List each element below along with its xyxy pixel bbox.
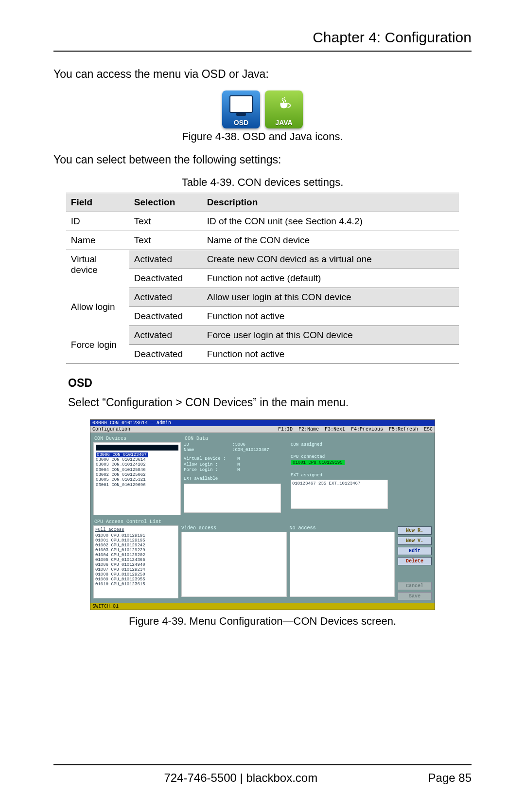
figure-4-39-caption: Figure 4-39. Menu Configuration—CON Devi… bbox=[53, 615, 472, 628]
intro-text-2: You can select between the following set… bbox=[53, 152, 472, 167]
con-assigned-label: CON assigned bbox=[291, 442, 432, 448]
cancel-button: Cancel bbox=[398, 582, 432, 590]
id-value: 3006 bbox=[235, 442, 245, 448]
cell-selection: Deactivated bbox=[129, 307, 202, 326]
cell-description: Name of the CON device bbox=[202, 231, 459, 250]
osd-titlebar: 03000 CON 010123614 - admin bbox=[90, 420, 435, 426]
figure-4-38-caption: Figure 4-38. OSD and Java icons. bbox=[53, 130, 472, 143]
table-header-row: Field Selection Description bbox=[66, 193, 459, 212]
con-data-right: CON assigned CPU connected 01001 CPU_010… bbox=[291, 442, 432, 513]
cell-description: Create new CON devicd as a virtual one bbox=[202, 250, 459, 269]
osd-menu-left: Configuration bbox=[92, 427, 130, 432]
list-scroll-indicator bbox=[96, 445, 178, 451]
full-access-list: Full access 01000 CPU_010129191 01001 CP… bbox=[93, 525, 178, 598]
osd-status-bar: SWITCH_01 bbox=[90, 603, 435, 610]
th-field: Field bbox=[66, 193, 129, 212]
cell-description: ID of the CON unit (see Section 4.4.2) bbox=[202, 212, 459, 231]
cell-field: Force login bbox=[66, 326, 129, 364]
th-selection: Selection bbox=[129, 193, 202, 212]
name-label: Name bbox=[184, 448, 232, 453]
th-description: Description bbox=[202, 193, 459, 212]
con-devices-settings-table: Field Selection Description ID Text ID o… bbox=[66, 193, 459, 364]
osd-button-col: New R. New V. Edit Delete Cancel Save bbox=[398, 525, 432, 600]
cell-description: Function not active (default) bbox=[202, 269, 459, 288]
full-access-header: Full access bbox=[95, 527, 176, 532]
id-label: ID bbox=[184, 442, 232, 448]
osd-icon-label: OSD bbox=[234, 119, 248, 126]
cell-selection: Activated bbox=[129, 250, 202, 269]
cell-selection: Deactivated bbox=[129, 269, 202, 288]
footer-contact: 724-746-5500 | blackbox.com bbox=[53, 771, 428, 785]
cell-description: Function not active bbox=[202, 345, 459, 364]
list-item: 01005 CPU_010124365 bbox=[95, 558, 145, 562]
list-item: 01001 CPU_010129195 bbox=[95, 538, 145, 543]
list-item: 01006 CPU_010124940 bbox=[95, 562, 145, 567]
cell-field: Allow login bbox=[66, 288, 129, 326]
save-button: Save bbox=[398, 592, 432, 600]
cell-selection: Activated bbox=[129, 326, 202, 345]
page-number: Page 85 bbox=[428, 771, 472, 785]
chapter-title: Chapter 4: Configuration bbox=[53, 29, 472, 52]
table-row: Virtual device Activated Create new CON … bbox=[66, 250, 459, 269]
cell-field: Virtual device bbox=[66, 250, 129, 288]
osd-heading: OSD bbox=[68, 377, 472, 390]
allow-label: Allow Login : bbox=[184, 462, 237, 468]
con-data-fields: ID: 3006 Name: CON_010123467 Virtual Dev… bbox=[184, 442, 286, 513]
new-r-button[interactable]: New R. bbox=[398, 526, 432, 535]
cell-field-l1: Virtual bbox=[71, 254, 97, 264]
no-access-col: No access bbox=[290, 525, 395, 600]
cell-field: ID bbox=[66, 212, 129, 231]
cpu-connected-label: CPU connected bbox=[291, 454, 432, 460]
list-item: 01003 CPU_010129229 bbox=[95, 548, 145, 553]
list-item: 03002 CON_010125062 bbox=[96, 472, 146, 477]
cell-description: Function not active bbox=[202, 307, 459, 326]
cell-selection: Text bbox=[129, 212, 202, 231]
cell-description: Force user login at this CON device bbox=[202, 326, 459, 345]
name-value: CON_010123467 bbox=[235, 448, 269, 453]
list-item: 01007 CPU_010129234 bbox=[95, 567, 145, 572]
list-item: 01000 CPU_010129191 bbox=[95, 533, 145, 538]
no-access-header: No access bbox=[290, 525, 395, 531]
list-item: 01008 CPU_010129250 bbox=[95, 572, 145, 577]
osd-menuline: Configuration F1:ID F2:Name F3:Next F4:P… bbox=[90, 426, 435, 433]
cell-selection: Text bbox=[129, 231, 202, 250]
video-access-header: Video access bbox=[181, 525, 287, 531]
cpu-connected-value: 01001 CPU_010129195 bbox=[291, 460, 345, 465]
no-access-box bbox=[290, 532, 395, 597]
ext-available-label: EXT available bbox=[184, 476, 218, 482]
con-data-title: CON Data bbox=[185, 436, 432, 441]
table-row: Allow login Activated Allow user login a… bbox=[66, 288, 459, 307]
force-value: N bbox=[237, 468, 240, 473]
con-list-selected: 03006 CON_010123467 bbox=[96, 452, 148, 457]
edit-button[interactable]: Edit bbox=[398, 547, 432, 555]
video-access-box bbox=[181, 532, 287, 597]
list-item: 01004 CPU_010129202 bbox=[95, 553, 145, 558]
osd-instruction: Select “Configuration > CON Devices” in … bbox=[68, 395, 472, 410]
icon-row: OSD JAVA bbox=[53, 90, 472, 128]
list-item: 03003 CON_010124202 bbox=[96, 462, 146, 467]
table-row: ID Text ID of the CON unit (see Section … bbox=[66, 212, 459, 231]
ext-assigned-value: 010123467 235 EXT_10123467 bbox=[292, 481, 360, 486]
con-devices-title: CON Devices bbox=[94, 436, 181, 441]
new-v-button[interactable]: New V. bbox=[398, 537, 432, 545]
cell-description: Allow user login at this CON device bbox=[202, 288, 459, 307]
table-4-39-caption: Table 4-39. CON devices settings. bbox=[53, 176, 472, 189]
list-item: 03001 CON_010129696 bbox=[96, 483, 146, 487]
cell-field: Name bbox=[66, 231, 129, 250]
osd-screenshot: 03000 CON 010123614 - admin Configuratio… bbox=[90, 419, 435, 610]
cell-field-l2: device bbox=[71, 265, 98, 275]
page-footer: 724-746-5500 | blackbox.com Page 85 bbox=[53, 764, 472, 785]
cell-selection: Activated bbox=[129, 288, 202, 307]
java-cup-icon bbox=[277, 96, 291, 111]
list-item: 01009 CPU_010123955 bbox=[95, 577, 145, 582]
java-icon-label: JAVA bbox=[275, 119, 292, 126]
force-label: Force Login : bbox=[184, 468, 237, 473]
cpu-access-title: CPU Access Control List bbox=[94, 519, 432, 524]
delete-button[interactable]: Delete bbox=[398, 557, 432, 565]
list-item: 03004 CON_010125846 bbox=[96, 468, 146, 472]
allow-value: N bbox=[237, 462, 240, 468]
list-item: 03000 CON_010123614 bbox=[96, 457, 146, 462]
java-icon: JAVA bbox=[265, 90, 303, 128]
con-devices-list: 03006 CON_010123467 03000 CON_010123614 … bbox=[93, 442, 181, 515]
virtual-value: N bbox=[237, 456, 240, 462]
